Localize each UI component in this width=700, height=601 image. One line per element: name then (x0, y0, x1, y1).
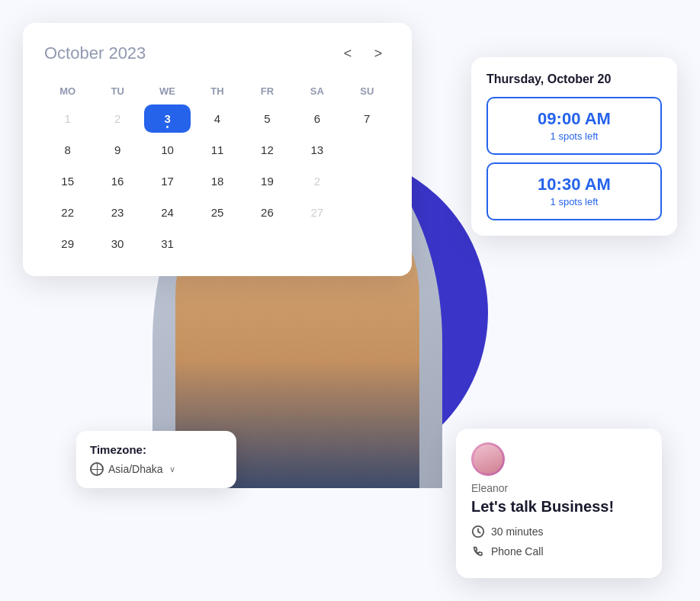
day-cell-13[interactable]: 13 (294, 136, 340, 164)
time-slot-1[interactable]: 09:00 AM 1 spots left (486, 97, 662, 155)
day-cell-23[interactable]: 23 (94, 198, 140, 227)
day-cell-8[interactable]: 8 (44, 136, 91, 164)
meeting-host-name: Eleanor (471, 482, 647, 494)
day-header-tu: TU (94, 81, 140, 101)
day-cell-18[interactable]: 18 (194, 167, 240, 195)
duration-text: 30 minutes (491, 525, 543, 538)
prev-month-button[interactable]: < (336, 41, 360, 66)
day-cell-12[interactable]: 12 (244, 136, 291, 164)
globe-icon (90, 462, 104, 476)
day-cell-empty (344, 230, 390, 258)
day-header-sa: SA (294, 81, 340, 101)
spots-1: 1 spots left (551, 130, 599, 142)
day-cell-empty (294, 230, 340, 258)
day-cell-31[interactable]: 31 (144, 230, 191, 258)
day-header-fr: FR (244, 81, 291, 101)
day-cell-15[interactable]: 15 (44, 167, 91, 195)
chevron-down-icon: ∨ (169, 464, 175, 474)
timezone-name: Asia/Dhaka (108, 463, 163, 475)
meeting-duration-row: 30 minutes (471, 525, 647, 538)
day-cell-empty: 1 (44, 104, 91, 133)
day-cell-10[interactable]: 10 (144, 136, 191, 164)
day-header-mo: MO (44, 81, 91, 101)
time-value-2: 10:30 AM (499, 175, 650, 194)
day-header-su: SU (344, 81, 390, 101)
next-month-button[interactable]: > (366, 41, 390, 66)
day-cell-16[interactable]: 16 (94, 167, 140, 195)
timeslot-date: Thursday, October 20 (486, 72, 662, 86)
day-cell-7[interactable]: 7 (344, 104, 390, 133)
meeting-type-text: Phone Call (491, 545, 544, 558)
time-slot-2[interactable]: 10:30 AM 1 spots left (486, 162, 662, 220)
day-cell-empty (344, 198, 390, 227)
day-cell-25[interactable]: 25 (194, 198, 240, 227)
clock-icon (471, 525, 485, 538)
timeslot-card: Thursday, October 20 09:00 AM 1 spots le… (471, 57, 677, 236)
calendar-title: October 2023 (44, 43, 146, 63)
day-cell-empty: 2 (294, 167, 340, 195)
day-cell-4[interactable]: 4 (194, 104, 240, 133)
day-cell-empty (244, 230, 291, 258)
timezone-value[interactable]: Asia/Dhaka ∨ (90, 462, 223, 476)
day-cell-11[interactable]: 11 (194, 136, 240, 164)
day-cell-17[interactable]: 17 (144, 167, 191, 195)
day-cell-5[interactable]: 5 (244, 104, 291, 133)
meeting-title: Let's talk Business! (471, 497, 647, 516)
avatar (471, 442, 505, 476)
calendar-header: October 2023 < > (44, 41, 390, 66)
timezone-card: Timezone: Asia/Dhaka ∨ (76, 431, 236, 488)
day-cell-26[interactable]: 26 (244, 198, 291, 227)
day-cell-29[interactable]: 29 (44, 230, 91, 258)
timezone-label: Timezone: (90, 443, 223, 456)
calendar-card: October 2023 < > MO TU WE TH FR SA SU 1 … (23, 23, 412, 276)
day-header-th: TH (194, 81, 240, 101)
calendar-month: October (44, 43, 104, 63)
calendar-nav: < > (336, 41, 390, 66)
day-cell-19[interactable]: 19 (244, 167, 291, 195)
day-cell-9[interactable]: 9 (94, 136, 140, 164)
day-cell-30[interactable]: 30 (94, 230, 140, 258)
day-cell-empty (344, 136, 390, 164)
phone-icon (471, 545, 485, 558)
day-cell-6[interactable]: 6 (294, 104, 340, 133)
day-cell-22[interactable]: 22 (44, 198, 91, 227)
meeting-type-row: Phone Call (471, 545, 647, 558)
meeting-card: Eleanor Let's talk Business! 30 minutes … (456, 429, 662, 578)
day-cell-empty (194, 230, 240, 258)
day-cell-empty: 27 (294, 198, 340, 227)
day-cell-24[interactable]: 24 (144, 198, 191, 227)
calendar-grid: MO TU WE TH FR SA SU 1 2 3 4 5 6 7 8 9 1… (44, 81, 390, 258)
day-cell-3[interactable]: 3 (144, 104, 191, 133)
time-value-1: 09:00 AM (499, 109, 650, 129)
spots-2: 1 spots left (551, 196, 599, 207)
avatar-image (474, 445, 503, 474)
day-cell-empty (344, 167, 390, 195)
day-header-we: WE (144, 81, 191, 101)
day-cell-empty: 2 (94, 104, 140, 133)
calendar-year: 2023 (108, 43, 146, 63)
